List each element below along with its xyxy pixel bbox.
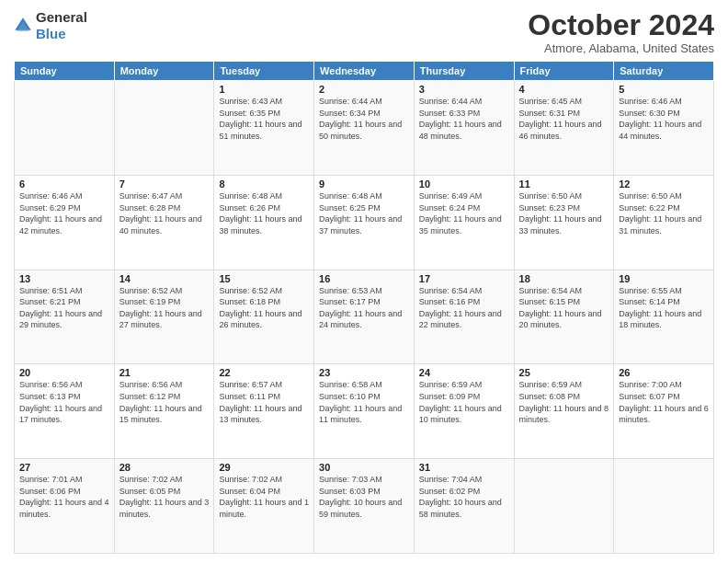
calendar-cell: 20Sunrise: 6:56 AM Sunset: 6:13 PM Dayli… [15,364,115,459]
calendar-cell: 5Sunrise: 6:46 AM Sunset: 6:30 PM Daylig… [614,81,714,176]
day-info: Sunrise: 7:03 AM Sunset: 6:03 PM Dayligh… [319,474,409,520]
day-header-wednesday: Wednesday [314,62,415,81]
day-number: 31 [419,462,509,473]
day-info: Sunrise: 6:48 AM Sunset: 6:26 PM Dayligh… [219,190,309,236]
day-info: Sunrise: 6:56 AM Sunset: 6:12 PM Dayligh… [119,379,210,425]
day-info: Sunrise: 6:44 AM Sunset: 6:34 PM Dayligh… [319,96,409,142]
calendar-cell: 14Sunrise: 6:52 AM Sunset: 6:19 PM Dayli… [114,270,214,364]
day-number: 23 [319,367,409,378]
calendar-cell: 7Sunrise: 6:47 AM Sunset: 6:28 PM Daylig… [114,175,214,270]
day-info: Sunrise: 7:02 AM Sunset: 6:05 PM Dayligh… [119,474,210,520]
day-number: 21 [119,367,210,378]
day-info: Sunrise: 6:52 AM Sunset: 6:19 PM Dayligh… [119,285,210,331]
calendar-cell: 15Sunrise: 6:52 AM Sunset: 6:18 PM Dayli… [214,270,314,364]
calendar-cell [15,81,115,176]
day-number: 5 [619,84,709,95]
day-number: 22 [219,367,309,378]
day-info: Sunrise: 6:59 AM Sunset: 6:08 PM Dayligh… [519,379,609,425]
day-info: Sunrise: 6:54 AM Sunset: 6:16 PM Dayligh… [419,285,509,331]
day-number: 28 [119,462,210,473]
calendar-cell: 28Sunrise: 7:02 AM Sunset: 6:05 PM Dayli… [114,459,214,554]
day-number: 12 [619,178,709,190]
day-header-thursday: Thursday [414,62,514,81]
title-section: October 2024 Atmore, Alabama, United Sta… [528,9,714,55]
calendar-cell: 30Sunrise: 7:03 AM Sunset: 6:03 PM Dayli… [314,459,415,554]
day-header-saturday: Saturday [614,62,714,81]
calendar-cell: 13Sunrise: 6:51 AM Sunset: 6:21 PM Dayli… [15,270,115,364]
day-info: Sunrise: 6:43 AM Sunset: 6:35 PM Dayligh… [219,96,309,142]
day-number: 27 [19,462,109,473]
calendar-cell: 16Sunrise: 6:53 AM Sunset: 6:17 PM Dayli… [314,270,415,364]
month-title: October 2024 [528,9,714,41]
day-number: 29 [219,462,309,473]
day-number: 8 [219,178,309,190]
day-number: 7 [119,178,210,190]
day-number: 4 [519,84,609,95]
calendar-cell: 29Sunrise: 7:02 AM Sunset: 6:04 PM Dayli… [214,459,314,554]
calendar-cell: 25Sunrise: 6:59 AM Sunset: 6:08 PM Dayli… [514,364,614,459]
day-number: 13 [19,273,109,284]
day-number: 1 [219,84,309,95]
calendar-cell [614,459,714,554]
calendar-cell: 19Sunrise: 6:55 AM Sunset: 6:14 PM Dayli… [614,270,714,364]
day-info: Sunrise: 6:45 AM Sunset: 6:31 PM Dayligh… [519,96,609,142]
location: Atmore, Alabama, United States [528,41,714,55]
calendar-cell: 26Sunrise: 7:00 AM Sunset: 6:07 PM Dayli… [614,364,714,459]
day-number: 3 [419,84,509,95]
day-info: Sunrise: 6:54 AM Sunset: 6:15 PM Dayligh… [519,285,609,331]
day-info: Sunrise: 6:47 AM Sunset: 6:28 PM Dayligh… [119,190,210,236]
day-number: 11 [519,178,609,190]
day-info: Sunrise: 6:55 AM Sunset: 6:14 PM Dayligh… [619,285,709,331]
logo-icon [14,17,32,35]
day-number: 19 [619,273,709,284]
day-info: Sunrise: 7:00 AM Sunset: 6:07 PM Dayligh… [619,379,709,425]
day-number: 2 [319,84,409,95]
day-number: 26 [619,367,709,378]
calendar: SundayMondayTuesdayWednesdayThursdayFrid… [14,61,714,554]
day-info: Sunrise: 6:51 AM Sunset: 6:21 PM Dayligh… [19,285,109,331]
calendar-cell: 22Sunrise: 6:57 AM Sunset: 6:11 PM Dayli… [214,364,314,459]
calendar-cell: 8Sunrise: 6:48 AM Sunset: 6:26 PM Daylig… [214,175,314,270]
calendar-cell: 21Sunrise: 6:56 AM Sunset: 6:12 PM Dayli… [114,364,214,459]
calendar-cell: 11Sunrise: 6:50 AM Sunset: 6:23 PM Dayli… [514,175,614,270]
calendar-cell: 2Sunrise: 6:44 AM Sunset: 6:34 PM Daylig… [314,81,415,176]
calendar-cell [114,81,214,176]
day-number: 24 [419,367,509,378]
calendar-cell: 6Sunrise: 6:46 AM Sunset: 6:29 PM Daylig… [15,175,115,270]
day-header-tuesday: Tuesday [214,62,314,81]
day-info: Sunrise: 7:02 AM Sunset: 6:04 PM Dayligh… [219,474,309,520]
day-number: 16 [319,273,409,284]
day-number: 6 [19,178,109,190]
day-header-sunday: Sunday [15,62,115,81]
calendar-cell: 9Sunrise: 6:48 AM Sunset: 6:25 PM Daylig… [314,175,415,270]
day-number: 14 [119,273,210,284]
calendar-cell: 24Sunrise: 6:59 AM Sunset: 6:09 PM Dayli… [414,364,514,459]
day-number: 9 [319,178,409,190]
day-info: Sunrise: 6:53 AM Sunset: 6:17 PM Dayligh… [319,285,409,331]
calendar-cell: 18Sunrise: 6:54 AM Sunset: 6:15 PM Dayli… [514,270,614,364]
calendar-cell: 31Sunrise: 7:04 AM Sunset: 6:02 PM Dayli… [414,459,514,554]
calendar-cell: 3Sunrise: 6:44 AM Sunset: 6:33 PM Daylig… [414,81,514,176]
day-info: Sunrise: 6:59 AM Sunset: 6:09 PM Dayligh… [419,379,509,425]
day-number: 20 [19,367,109,378]
calendar-cell: 12Sunrise: 6:50 AM Sunset: 6:22 PM Dayli… [614,175,714,270]
day-info: Sunrise: 6:58 AM Sunset: 6:10 PM Dayligh… [319,379,409,425]
day-info: Sunrise: 6:46 AM Sunset: 6:29 PM Dayligh… [19,190,109,236]
day-info: Sunrise: 7:01 AM Sunset: 6:06 PM Dayligh… [19,474,109,520]
day-info: Sunrise: 6:50 AM Sunset: 6:23 PM Dayligh… [519,190,609,236]
day-number: 17 [419,273,509,284]
day-header-friday: Friday [514,62,614,81]
day-info: Sunrise: 6:48 AM Sunset: 6:25 PM Dayligh… [319,190,409,236]
calendar-cell [514,459,614,554]
day-info: Sunrise: 6:50 AM Sunset: 6:22 PM Dayligh… [619,190,709,236]
calendar-cell: 1Sunrise: 6:43 AM Sunset: 6:35 PM Daylig… [214,81,314,176]
day-number: 10 [419,178,509,190]
day-info: Sunrise: 6:46 AM Sunset: 6:30 PM Dayligh… [619,96,709,142]
day-header-monday: Monday [114,62,214,81]
calendar-cell: 10Sunrise: 6:49 AM Sunset: 6:24 PM Dayli… [414,175,514,270]
day-info: Sunrise: 6:57 AM Sunset: 6:11 PM Dayligh… [219,379,309,425]
calendar-cell: 23Sunrise: 6:58 AM Sunset: 6:10 PM Dayli… [314,364,415,459]
calendar-cell: 4Sunrise: 6:45 AM Sunset: 6:31 PM Daylig… [514,81,614,176]
day-number: 18 [519,273,609,284]
day-info: Sunrise: 6:52 AM Sunset: 6:18 PM Dayligh… [219,285,309,331]
